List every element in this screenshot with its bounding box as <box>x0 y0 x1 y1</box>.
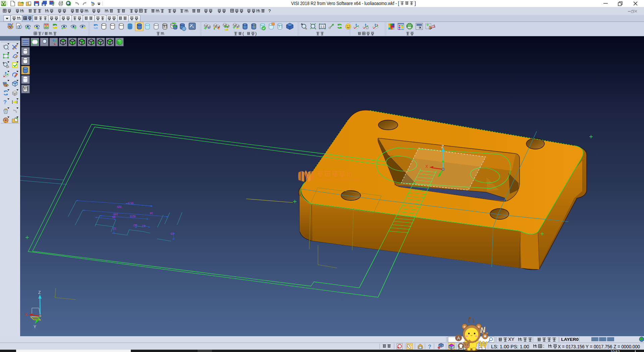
svg-text:): ) <box>255 31 257 36</box>
svg-text:LAYER0: LAYER0 <box>561 337 579 342</box>
svg-text:W: W <box>479 339 488 349</box>
svg-text:Z: Z <box>38 290 41 295</box>
svg-text:65.5: 65.5 <box>128 202 133 205</box>
svg-text:X = 0173.156 Y = 0017.756 Z =: X = 0173.156 Y = 0017.756 Z = 0000.000 <box>558 344 640 349</box>
svg-text:10:52: 10:52 <box>610 350 620 352</box>
svg-text:15: 15 <box>170 232 174 235</box>
svg-text:12: 12 <box>133 224 137 227</box>
svg-text:INTELLIGENT MANUFACTURING DATA: INTELLIGENT MANUFACTURING DATA <box>318 179 362 181</box>
svg-text:325: 325 <box>117 205 122 209</box>
svg-text:A: A <box>457 336 460 341</box>
svg-text:Z: Z <box>441 144 444 149</box>
svg-text::: : <box>543 343 544 349</box>
svg-text:VISI 2018 R2 from Vero Softwar: VISI 2018 R2 from Vero Software x64 - lu… <box>291 1 399 6</box>
svg-text:X: X <box>425 164 428 169</box>
svg-text:Y: Y <box>34 324 36 329</box>
svg-text:?: ? <box>268 8 271 13</box>
svg-text:65: 65 <box>112 215 115 219</box>
svg-text:XY: XY <box>508 337 515 342</box>
svg-text:LS: 1.00 PS: 1.00: LS: 1.00 PS: 1.00 <box>491 344 529 349</box>
svg-text:22: 22 <box>142 224 145 228</box>
svg-text:]: ] <box>415 1 416 6</box>
svg-text:34: 34 <box>150 212 153 215</box>
svg-text:(: ( <box>243 31 244 36</box>
svg-text:?: ? <box>428 344 431 350</box>
svg-text:1:1: 1:1 <box>320 25 325 28</box>
svg-text:X: X <box>25 312 28 317</box>
svg-text:82.5: 82.5 <box>130 215 136 218</box>
svg-text:?: ? <box>3 99 7 105</box>
svg-text:17: 17 <box>113 227 116 230</box>
